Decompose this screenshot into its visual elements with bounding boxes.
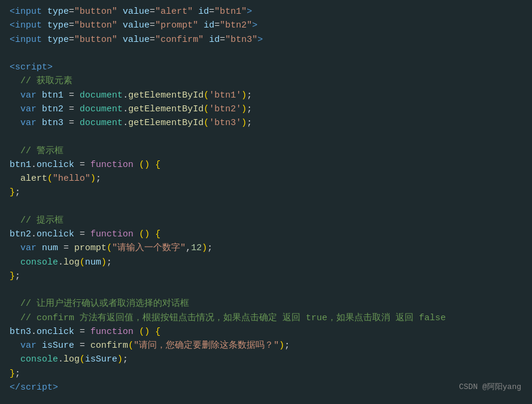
- code-line-12: btn1.onclick = function () {: [10, 158, 522, 172]
- code-line-27: };: [10, 367, 522, 381]
- code-line-11: // 警示框: [10, 144, 522, 158]
- code-line-4: [10, 47, 522, 60]
- code-line-23: // confirm 方法有返回值，根据按钮点击情况，如果点击确定 返回 tru…: [10, 311, 522, 325]
- code-line-25: var isSure = confirm("请问，您确定要删除这条数据吗？");: [10, 339, 522, 353]
- code-line-16: // 提示框: [10, 214, 522, 227]
- code-line-9: var btn3 = document.getElementById('btn3…: [10, 116, 522, 130]
- code-line-6: // 获取元素: [10, 74, 522, 88]
- code-line-26: console.log(isSure);: [10, 353, 522, 366]
- code-line-18: var num = prompt("请输入一个数字",12);: [10, 241, 522, 255]
- code-line-14: };: [10, 186, 522, 199]
- code-line-19: console.log(num);: [10, 256, 522, 269]
- code-line-10: [10, 130, 522, 144]
- code-line-1: <input type="button" value="alert" id="b…: [10, 5, 522, 19]
- footer-attribution: CSDN @阿阳yang: [459, 381, 521, 393]
- code-line-5: <script>: [10, 60, 522, 74]
- code-line-3: <input type="button" value="confirm" id=…: [10, 33, 522, 47]
- code-line-13: alert("hello");: [10, 172, 522, 186]
- code-line-7: var btn1 = document.getElementById('btn1…: [10, 89, 522, 102]
- code-line-21: [10, 283, 522, 297]
- code-line-17: btn2.onclick = function () {: [10, 227, 522, 241]
- code-line-28: </script>: [10, 381, 522, 394]
- code-line-24: btn3.onclick = function () {: [10, 325, 522, 339]
- code-line-2: <input type="button" value="prompt" id="…: [10, 19, 522, 32]
- code-editor: <input type="button" value="alert" id="b…: [0, 0, 532, 399]
- code-line-8: var btn2 = document.getElementById('btn2…: [10, 102, 522, 116]
- code-line-20: };: [10, 269, 522, 283]
- code-line-15: [10, 200, 522, 214]
- code-line-22: // 让用户进行确认或者取消选择的对话框: [10, 297, 522, 311]
